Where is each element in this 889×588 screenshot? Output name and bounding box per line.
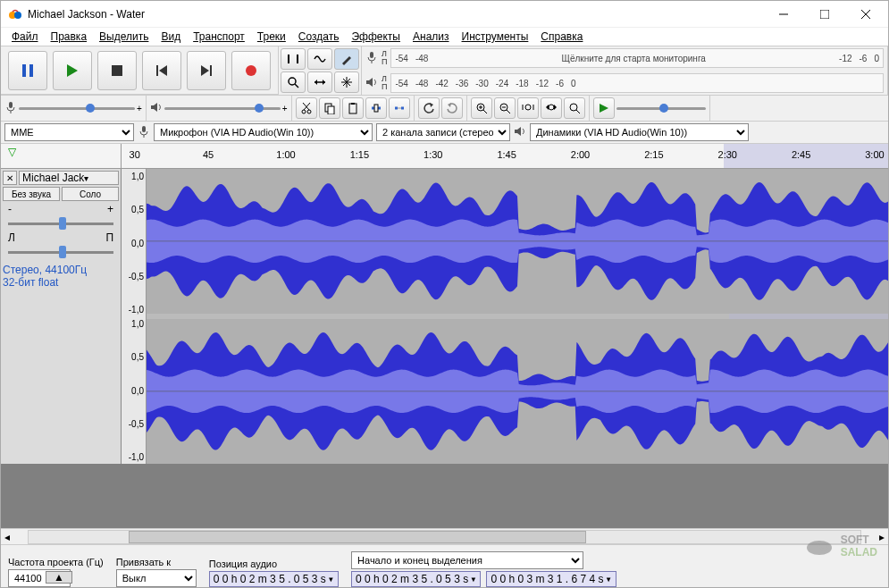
- menu-file[interactable]: Файл: [6, 29, 44, 45]
- svg-marker-11: [159, 65, 167, 76]
- zoom-in-button[interactable]: [471, 97, 492, 119]
- record-button[interactable]: [231, 51, 271, 90]
- svg-point-30: [302, 110, 306, 113]
- svg-line-48: [507, 110, 510, 113]
- maximize-button[interactable]: [804, 1, 845, 28]
- mic-icon-3: [138, 125, 150, 140]
- track-menu-button[interactable]: Michael Jack▾: [19, 171, 119, 185]
- pause-button[interactable]: [8, 51, 47, 90]
- recording-volume-slider[interactable]: [19, 99, 135, 117]
- track-pan-slider[interactable]: [8, 246, 113, 258]
- track-control-panel: ✕ Michael Jack▾ Без звука Соло -+ ЛП Сте…: [1, 169, 122, 464]
- playback-meter[interactable]: -54-48-42-36-30-24-18-12-60: [390, 73, 884, 93]
- track-gain-slider[interactable]: [8, 217, 113, 230]
- menu-transport[interactable]: Транспорт: [188, 29, 250, 45]
- paste-button[interactable]: [342, 97, 364, 119]
- play-at-speed-button[interactable]: [593, 97, 615, 119]
- snap-select[interactable]: Выкл: [116, 569, 197, 587]
- mute-button[interactable]: Без звука: [3, 187, 60, 201]
- selection-end-field[interactable]: 0 0 h 0 3 m 3 1 . 6 7 4 s▾: [486, 571, 616, 587]
- fit-selection-button[interactable]: [517, 97, 539, 119]
- solo-button[interactable]: Соло: [62, 187, 119, 201]
- svg-rect-7: [29, 64, 33, 77]
- redo-button[interactable]: [441, 97, 463, 119]
- menu-edit[interactable]: Правка: [46, 29, 93, 45]
- speaker-icon-3: [514, 125, 526, 140]
- svg-rect-37: [351, 103, 355, 105]
- svg-rect-35: [328, 106, 334, 114]
- draw-tool[interactable]: [334, 48, 359, 70]
- menu-tools[interactable]: Инструменты: [457, 29, 534, 45]
- play-head-icon[interactable]: ▽: [8, 146, 16, 158]
- empty-track-area[interactable]: [1, 464, 888, 528]
- selection-tool[interactable]: [281, 48, 306, 70]
- timeline-ruler[interactable]: ▽ 30451:001:151:301:452:002:152:302:453:…: [1, 144, 888, 169]
- menu-view[interactable]: Вид: [155, 29, 186, 45]
- skip-start-button[interactable]: [142, 51, 181, 90]
- title-bar: Michael Jackson - Water: [1, 1, 888, 28]
- recording-meter[interactable]: -54 -48 Щёлкните для старта мониторинга …: [390, 48, 884, 68]
- playback-speed-slider[interactable]: [616, 99, 706, 117]
- waveform-left[interactable]: [147, 169, 888, 314]
- stop-button[interactable]: [97, 51, 137, 90]
- undo-button[interactable]: [418, 97, 440, 119]
- trim-button[interactable]: [365, 97, 387, 119]
- svg-rect-6: [22, 64, 26, 77]
- menu-bar: Файл Правка Выделить Вид Транспорт Треки…: [1, 28, 888, 46]
- waveform-right[interactable]: [147, 319, 888, 464]
- playback-volume-slider[interactable]: [164, 99, 281, 117]
- zoom-tool[interactable]: [281, 71, 306, 93]
- play-button[interactable]: [53, 51, 92, 90]
- menu-effects[interactable]: Эффекты: [346, 29, 406, 45]
- selection-start-field[interactable]: 0 0 h 0 2 m 3 5 . 0 5 3 s▾: [351, 571, 481, 587]
- envelope-tool[interactable]: [307, 48, 332, 70]
- svg-rect-58: [142, 126, 146, 132]
- project-rate-label: Частота проекта (Гц): [8, 557, 104, 567]
- svg-marker-27: [366, 78, 373, 87]
- track-format-1: Стерео, 44100Гц: [3, 264, 119, 276]
- selection-toolbar: Частота проекта (Гц) 44100 Привязать к В…: [1, 544, 888, 588]
- svg-point-55: [570, 104, 577, 111]
- menu-select[interactable]: Выделить: [94, 29, 154, 45]
- svg-point-17: [289, 78, 296, 85]
- recording-device-select[interactable]: Микрофон (VIA HD Audio(Win 10)): [154, 123, 373, 141]
- zoom-out-button[interactable]: [494, 97, 516, 119]
- tracks-area: ✕ Michael Jack▾ Без звука Соло -+ ЛП Сте…: [1, 169, 888, 464]
- vertical-scale: 1,00,50,0-0,5-1,0 1,00,50,0-0,5-1,0: [122, 169, 147, 464]
- svg-line-45: [483, 110, 487, 113]
- window-title: Michael Jackson - Water: [28, 8, 763, 21]
- cut-button[interactable]: [296, 97, 317, 119]
- svg-marker-29: [151, 103, 157, 112]
- close-button[interactable]: [845, 1, 886, 28]
- svg-rect-10: [156, 65, 158, 76]
- timeshift-tool[interactable]: [307, 71, 332, 93]
- zoom-toggle-button[interactable]: [564, 97, 585, 119]
- svg-point-14: [246, 65, 256, 76]
- menu-help[interactable]: Справка: [535, 29, 588, 45]
- minimize-button[interactable]: [763, 1, 804, 28]
- svg-rect-13: [210, 65, 212, 76]
- menu-generate[interactable]: Создать: [293, 29, 345, 45]
- svg-marker-53: [546, 105, 549, 110]
- recording-channels-select[interactable]: 2 канала записи (стерео): [376, 123, 510, 141]
- fit-project-button[interactable]: [541, 97, 562, 119]
- svg-line-33: [303, 103, 309, 110]
- waveform-area[interactable]: [147, 169, 888, 464]
- silence-button[interactable]: [389, 97, 410, 119]
- menu-analyze[interactable]: Анализ: [407, 29, 455, 45]
- svg-line-32: [304, 103, 310, 110]
- audio-host-select[interactable]: MME: [4, 123, 134, 141]
- multi-tool[interactable]: [334, 71, 359, 93]
- selection-mode-select[interactable]: Начало и конец выделения: [351, 551, 583, 569]
- skip-end-button[interactable]: [187, 51, 226, 90]
- track-collapse-button[interactable]: ▲: [46, 571, 72, 584]
- horizontal-scrollbar[interactable]: ◂ ▸: [1, 528, 888, 544]
- playback-device-select[interactable]: Динамики (VIA HD Audio(Win 10)): [530, 123, 749, 141]
- track-close-button[interactable]: ✕: [3, 171, 17, 185]
- copy-button[interactable]: [319, 97, 340, 119]
- svg-marker-54: [554, 105, 557, 110]
- audio-position-field[interactable]: 0 0 h 0 2 m 3 5 . 0 5 3 s▾: [209, 571, 339, 587]
- app-icon: [8, 7, 22, 21]
- svg-point-52: [549, 105, 554, 110]
- menu-tracks[interactable]: Треки: [252, 29, 291, 45]
